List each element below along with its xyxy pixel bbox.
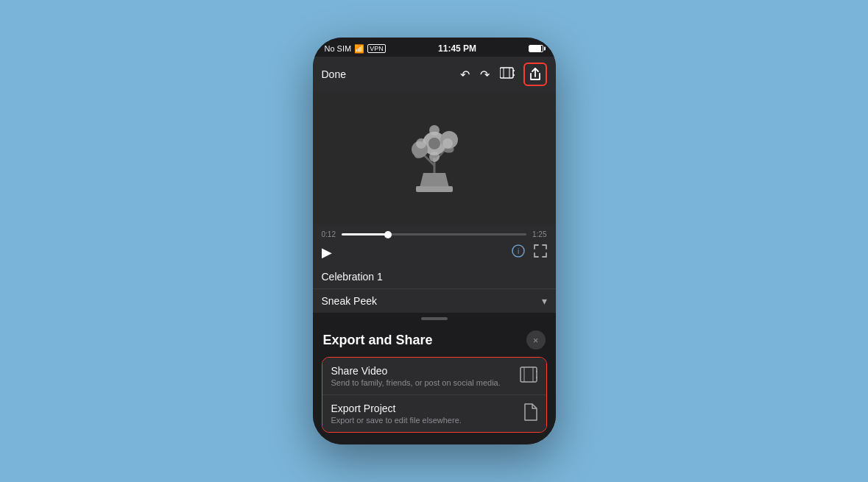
battery-container <box>529 45 543 52</box>
drag-handle <box>313 313 556 322</box>
wifi-icon: 📶 <box>354 44 364 54</box>
playback-controls: 0:12 1:25 ▶ i <box>313 224 556 266</box>
video-thumbnail <box>390 99 479 217</box>
share-video-text: Share Video Send to family, friends, or … <box>331 365 501 387</box>
export-project-subtitle: Export or save to edit file elsewhere. <box>331 416 462 425</box>
current-time: 0:12 <box>322 230 336 238</box>
status-right <box>529 45 543 52</box>
close-icon: × <box>533 335 539 346</box>
controls-right: i <box>512 244 547 261</box>
handle-bar <box>421 317 448 320</box>
carrier-label: No SIM <box>325 44 352 53</box>
share-button[interactable] <box>523 63 547 86</box>
svg-rect-6 <box>416 186 453 192</box>
done-button[interactable]: Done <box>322 68 453 80</box>
status-time: 11:45 PM <box>438 43 476 54</box>
progress-fill <box>342 233 388 235</box>
svg-point-16 <box>429 152 440 162</box>
fullscreen-button[interactable] <box>534 244 547 261</box>
status-left: No SIM 📶 VPN <box>325 44 386 54</box>
share-video-subtitle: Send to family, friends, or post on soci… <box>331 378 501 387</box>
share-video-title: Share Video <box>331 365 501 377</box>
svg-marker-5 <box>420 173 449 188</box>
undo-button[interactable]: ↶ <box>459 66 471 83</box>
export-project-option[interactable]: Export Project Export or save to edit fi… <box>322 395 546 432</box>
export-project-icon <box>523 403 537 425</box>
info-button[interactable]: i <box>512 244 525 261</box>
status-bar: No SIM 📶 VPN 11:45 PM <box>313 38 556 57</box>
video-preview <box>313 92 556 224</box>
share-video-option[interactable]: Share Video Send to family, friends, or … <box>322 358 546 395</box>
export-header: Export and Share × <box>313 322 556 357</box>
clip-settings-button[interactable] <box>498 65 516 83</box>
chevron-down-icon: ▾ <box>542 295 547 307</box>
export-title: Export and Share <box>323 333 433 348</box>
toolbar: Done ↶ ↷ <box>313 57 556 92</box>
close-button[interactable]: × <box>526 330 546 350</box>
sneak-peek-label: Sneak Peek <box>322 295 378 307</box>
project-name: Celebration 1 <box>313 266 556 288</box>
svg-point-19 <box>428 138 440 149</box>
svg-point-17 <box>416 138 426 149</box>
progress-thumb[interactable] <box>384 231 392 238</box>
timeline: 0:12 1:25 <box>322 230 547 238</box>
sneak-peek-bar[interactable]: Sneak Peek ▾ <box>313 288 556 313</box>
export-sheet: Export and Share × Share Video Send to f… <box>313 322 556 444</box>
share-video-icon <box>520 366 537 386</box>
progress-bar[interactable] <box>342 233 526 235</box>
svg-rect-0 <box>500 68 513 78</box>
svg-point-15 <box>429 125 440 135</box>
export-project-title: Export Project <box>331 403 462 414</box>
controls-row: ▶ i <box>322 244 547 261</box>
toolbar-icons: ↶ ↷ <box>459 63 547 86</box>
export-options: Share Video Send to family, friends, or … <box>322 357 547 433</box>
svg-rect-22 <box>521 367 537 382</box>
phone-frame: No SIM 📶 VPN 11:45 PM Done ↶ ↷ <box>313 38 556 444</box>
svg-text:i: i <box>517 247 518 255</box>
svg-point-18 <box>442 138 453 149</box>
export-project-text: Export Project Export or save to edit fi… <box>331 403 462 425</box>
redo-button[interactable]: ↷ <box>479 66 491 83</box>
play-button[interactable]: ▶ <box>322 244 332 261</box>
total-time: 1:25 <box>532 230 546 238</box>
vpn-label: VPN <box>367 44 386 53</box>
